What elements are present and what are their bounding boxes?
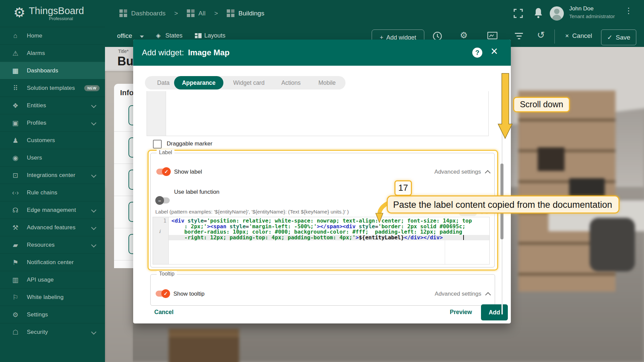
sidebar-item-label: Home — [27, 33, 42, 39]
show-tooltip-toggle[interactable]: ✓ — [155, 289, 170, 298]
notifications-bell-icon[interactable] — [534, 7, 543, 18]
toggle-check-icon: ✓ — [161, 289, 170, 298]
brand-edition: Professional — [49, 16, 73, 21]
dashboard-state-select[interactable]: office — [117, 32, 132, 40]
remnant-gutter — [147, 91, 166, 136]
layouts-icon — [195, 33, 202, 38]
widget-type-envelope[interactable] — [128, 234, 133, 254]
sidebar-item-api-usage[interactable]: ▥API usage — [0, 271, 105, 288]
chevron-down-icon — [91, 207, 97, 213]
code-line: -right: 12px; padding-top: 4px; padding-… — [169, 235, 489, 241]
chevron-up-icon — [485, 170, 491, 176]
new-badge: NEW — [84, 85, 99, 91]
states-button[interactable]: States — [165, 32, 182, 39]
row-divider — [114, 164, 133, 164]
sidebar-item-rule-chains[interactable]: ‹·›Rule chains — [0, 184, 105, 201]
cancel-edit-label: Cancel — [572, 32, 592, 39]
sidebar-item-label: API usage — [27, 277, 54, 283]
close-dialog-icon[interactable]: × — [491, 44, 498, 58]
sidebar-item-label: Solution templates — [27, 85, 75, 92]
sidebar-item-advanced-features[interactable]: ⚒Advanced features — [0, 219, 105, 236]
label-advanced-settings[interactable]: Advanced settings — [434, 169, 490, 175]
dialog-title: Image Map — [188, 48, 229, 57]
filter-icon[interactable] — [515, 33, 523, 39]
title-field-value: Bui — [117, 54, 133, 68]
draggable-marker-checkbox[interactable] — [153, 140, 162, 148]
notification-center-icon: ⚑ — [11, 258, 19, 266]
widget-type-person[interactable] — [128, 170, 133, 190]
breadcrumb-item-dashboards[interactable]: Dashboards — [131, 10, 165, 17]
sidebar-item-entities[interactable]: ❖Entities — [0, 97, 105, 114]
edge-management-icon: ☊ — [11, 206, 19, 214]
security-icon: ☖ — [11, 328, 19, 336]
save-dashboard-button[interactable]: ✓Save — [601, 29, 636, 45]
sidebar-item-customers[interactable]: ♟Customers — [0, 131, 105, 149]
dialog-preview-button[interactable]: Preview — [450, 309, 472, 316]
more-menu-icon[interactable]: ⋮ — [625, 6, 633, 15]
sidebar-item-label: Users — [27, 155, 42, 161]
layouts-button[interactable]: Layouts — [204, 32, 225, 39]
sidebar-item-settings[interactable]: ⚙Settings — [0, 306, 105, 323]
code-area[interactable]: <div style='position: relative; white-sp… — [169, 218, 489, 240]
chevron-up-icon — [485, 292, 491, 298]
sidebar-item-white-labeling[interactable]: ⚐White labeling — [0, 288, 105, 306]
fullscreen-icon[interactable] — [514, 9, 523, 18]
tab-appearance[interactable]: Appearance — [174, 76, 223, 89]
sidebar-item-solution-templates[interactable]: ⠿Solution templatesNEW — [0, 79, 105, 97]
tab-actions[interactable]: Actions — [278, 76, 304, 89]
sidebar-item-label: Rule chains — [27, 189, 57, 196]
integrations-center-icon: ⊡ — [11, 171, 19, 179]
label-code-editor[interactable]: 1 i <div style='position: relative; whit… — [153, 217, 490, 264]
sidebar-item-profiles[interactable]: ▣Profiles — [0, 114, 105, 131]
dialog-header: Add widget: Image Map ? × — [133, 40, 511, 66]
sidebar-item-label: Dashboards — [27, 67, 58, 74]
sidebar-item-notification-center[interactable]: ⚑Notification center — [0, 253, 105, 271]
sidebar-item-users[interactable]: ◉Users — [0, 149, 105, 166]
avatar[interactable] — [550, 6, 564, 20]
sidebar-item-dashboards[interactable]: ▦Dashboards — [0, 62, 105, 79]
version-history-icon[interactable]: ↺ — [537, 29, 545, 41]
help-icon[interactable]: ? — [472, 48, 482, 58]
row-divider — [114, 196, 133, 196]
dialog-add-button[interactable]: Add — [481, 304, 508, 320]
brand-name: ThingsBoard — [29, 5, 84, 16]
widget-type-location-pin[interactable] — [128, 105, 133, 125]
gutter-info-icon: i — [159, 229, 160, 234]
scroll-down-arrow — [497, 73, 513, 139]
tab-widget-card[interactable]: Widget card — [229, 76, 269, 89]
sidebar-item-security[interactable]: ☖Security — [0, 323, 105, 341]
advanced-features-icon: ⚒ — [11, 224, 19, 232]
tab-data[interactable]: Data — [153, 76, 173, 89]
toggle-check-icon: ✓ — [162, 167, 171, 176]
sidebar-item-resources[interactable]: ▰Resources — [0, 236, 105, 253]
show-tooltip-label: Show tooltip — [173, 291, 205, 297]
row-divider — [114, 228, 133, 228]
widget-type-floor-plan[interactable] — [128, 137, 133, 158]
title-field-card: Title* Bui — [105, 47, 133, 71]
sidebar-item-label: Notification center — [27, 259, 74, 266]
tab-label: Data — [157, 79, 170, 86]
sidebar-item-integrations-center[interactable]: ⊡Integrations center — [0, 166, 105, 184]
sidebar-item-edge-management[interactable]: ☊Edge management — [0, 201, 105, 219]
dialog-cancel-button[interactable]: Cancel — [154, 309, 173, 316]
breadcrumb-item-all[interactable]: All — [199, 10, 206, 17]
breadcrumb-item-buildings[interactable]: Buildings — [238, 10, 264, 17]
show-label-toggle[interactable]: ✓ — [155, 167, 171, 176]
white-labeling-icon: ⚐ — [11, 293, 19, 301]
paste-label-callout: Paste the label content copied from the … — [387, 195, 620, 214]
use-label-function-toggle[interactable]: – — [155, 196, 171, 205]
cancel-edit-button[interactable]: ×Cancel — [565, 32, 592, 40]
line-number: 1 — [163, 218, 166, 224]
entities-icon: ❖ — [11, 102, 19, 110]
check-icon: ✓ — [607, 34, 612, 41]
add-widget-dialog: Add widget: Image Map ? × DataAppearance… — [133, 40, 511, 323]
sidebar-item-label: Customers — [27, 137, 55, 144]
sidebar-item-alarms[interactable]: ⚠Alarms — [0, 44, 105, 62]
sidebar-item-home[interactable]: ⌂Home — [0, 27, 105, 44]
widget-type-phone[interactable] — [128, 202, 133, 222]
sidebar-item-label: Security — [27, 329, 48, 336]
sidebar-item-label: Settings — [27, 311, 48, 318]
dashboard-settings-gear-icon[interactable]: ⚙ — [460, 30, 468, 41]
tab-mobile[interactable]: Mobile — [315, 76, 339, 89]
tooltip-advanced-settings[interactable]: Advanced settings — [435, 291, 490, 297]
